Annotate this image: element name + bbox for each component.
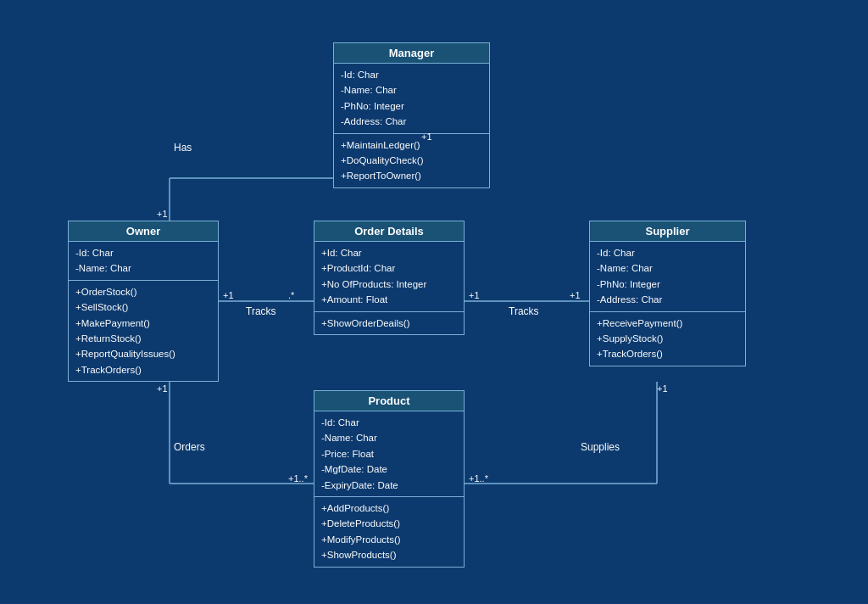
- owner-title: Owner: [69, 221, 218, 242]
- tracks-label-2: Tracks: [509, 305, 539, 317]
- mult-owner-has: +1: [157, 209, 168, 219]
- supplies-label: Supplies: [581, 441, 620, 453]
- manager-attributes: -Id: Char -Name: Char -PhNo: Integer -Ad…: [334, 64, 489, 134]
- mult-owner-prod: +1: [157, 383, 168, 394]
- mult-manager-1: +1: [421, 131, 432, 142]
- product-title: Product: [314, 391, 464, 411]
- order-details-class: Order Details +Id: Char +ProductId: Char…: [314, 221, 465, 335]
- owner-attributes: -Id: Char -Name: Char: [69, 242, 218, 281]
- tracks-label-1: Tracks: [246, 305, 276, 317]
- mult-sup-od: +1: [570, 290, 581, 300]
- diagram-container: Manager -Id: Char -Name: Char -PhNo: Int…: [0, 0, 868, 604]
- manager-class: Manager -Id: Char -Name: Char -PhNo: Int…: [333, 42, 490, 188]
- owner-methods: +OrderStock() +SellStock() +MakePayment(…: [69, 281, 218, 381]
- product-attributes: -Id: Char -Name: Char -Price: Float -Mgf…: [314, 411, 464, 497]
- order-details-methods: +ShowOrderDeails(): [314, 312, 464, 334]
- supplier-title: Supplier: [590, 221, 745, 242]
- has-label: Has: [174, 142, 192, 154]
- product-methods: +AddProducts() +DeleteProducts() +Modify…: [314, 497, 464, 567]
- manager-methods: +MaintainLedger() +DoQualityCheck() +Rep…: [334, 134, 489, 187]
- supplier-methods: +ReceivePayment() +SupplyStock() +TrackO…: [590, 312, 745, 366]
- order-details-attributes: +Id: Char +ProductId: Char +No OfProduct…: [314, 242, 464, 312]
- orders-label: Orders: [174, 441, 205, 453]
- mult-sup-prod: +1: [657, 383, 668, 394]
- mult-prod-owner: +1..*: [288, 473, 308, 484]
- supplier-class: Supplier -Id: Char -Name: Char -PhNo: In…: [589, 221, 746, 366]
- supplier-attributes: -Id: Char -Name: Char -PhNo: Integer -Ad…: [590, 242, 745, 312]
- mult-od-owner: .*: [288, 290, 294, 300]
- owner-class: Owner -Id: Char -Name: Char +OrderStock(…: [68, 221, 219, 382]
- order-details-title: Order Details: [314, 221, 464, 242]
- mult-owner-od: +1: [223, 290, 234, 300]
- mult-od-sup: +1: [469, 290, 480, 300]
- product-class: Product -Id: Char -Name: Char -Price: Fl…: [314, 390, 465, 568]
- mult-prod-sup: +1..*: [469, 473, 488, 484]
- manager-title: Manager: [334, 43, 489, 64]
